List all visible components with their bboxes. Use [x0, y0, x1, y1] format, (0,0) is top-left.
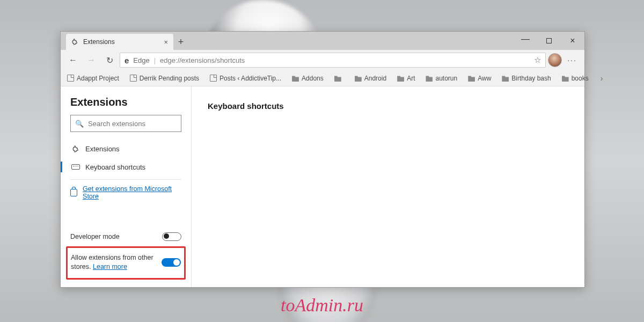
folder-icon — [502, 75, 509, 82]
bookmark-label: autorun — [435, 75, 457, 82]
developer-mode-label: Developer mode — [70, 233, 120, 240]
bookmark-label: Art — [407, 75, 415, 82]
bookmark-item[interactable]: Birthday bash — [497, 72, 555, 85]
watermark-text: toAdmin.ru — [281, 295, 363, 316]
developer-mode-toggle[interactable] — [162, 232, 181, 241]
search-icon: 🔍 — [75, 120, 84, 128]
main-panel: Keyboard shortcuts — [192, 86, 584, 287]
microsoft-store-link-row: Get extensions from Microsoft Store — [70, 185, 181, 200]
store-bag-icon — [70, 189, 77, 196]
developer-mode-row: Developer mode — [70, 227, 181, 246]
sidebar-item-extensions[interactable]: Extensions — [70, 140, 181, 158]
bookmarks-bar: Adappt Project Derrik Pending posts Post… — [61, 70, 584, 86]
tab-close-icon[interactable]: × — [164, 38, 168, 46]
bookmark-item[interactable]: Adappt Project — [63, 72, 123, 85]
nav-label: Extensions — [85, 145, 120, 153]
edge-logo-icon: e — [125, 56, 129, 65]
extensions-sidebar: Extensions 🔍 Extensions Keyboard shortcu — [61, 86, 192, 287]
allow-other-stores-row: Allow extensions from other stores. Lear… — [71, 249, 181, 276]
sidebar-item-keyboard-shortcuts[interactable]: Keyboard shortcuts — [70, 158, 181, 176]
search-extensions-box[interactable]: 🔍 — [70, 115, 181, 132]
bookmark-item[interactable]: Posts ‹ AddictiveTip... — [206, 72, 286, 85]
page-icon — [210, 75, 217, 82]
folder-icon — [397, 75, 404, 82]
profile-avatar[interactable] — [548, 53, 562, 67]
main-heading: Keyboard shortcuts — [208, 101, 568, 111]
more-menu-button[interactable]: ··· — [564, 56, 580, 64]
address-bar[interactable]: e Edge | edge://extensions/shortcuts ☆ — [120, 53, 546, 68]
extension-puzzle-icon — [71, 144, 80, 153]
bookmark-item[interactable]: Addons — [288, 72, 328, 85]
browser-window: Extensions × + — × ← → ↻ e Edge | edge:/… — [60, 31, 585, 288]
page-content: Extensions 🔍 Extensions Keyboard shortcu — [61, 86, 584, 287]
keyboard-icon — [71, 163, 80, 171]
bookmark-item[interactable]: Android — [350, 72, 391, 85]
bookmark-item[interactable] — [330, 72, 348, 85]
forward-button[interactable]: → — [83, 52, 99, 68]
learn-more-link[interactable]: Learn more — [93, 263, 127, 270]
folder-icon — [334, 75, 341, 82]
search-input[interactable] — [88, 120, 178, 128]
address-separator: | — [154, 56, 156, 64]
refresh-button[interactable]: ↻ — [101, 52, 118, 68]
nav-label: Keyboard shortcuts — [85, 163, 145, 171]
bookmark-item[interactable]: autorun — [421, 72, 462, 85]
bookmark-item[interactable]: Art — [393, 72, 419, 85]
bookmark-label: Posts ‹ AddictiveTip... — [219, 75, 281, 82]
page-icon — [130, 75, 137, 82]
titlebar: Extensions × + — × — [61, 32, 584, 50]
minimize-button[interactable]: — — [514, 32, 537, 50]
address-url: edge://extensions/shortcuts — [160, 56, 245, 64]
bookmark-label: Derrik Pending posts — [140, 75, 199, 82]
new-tab-button[interactable]: + — [173, 34, 188, 50]
page-icon — [67, 75, 74, 82]
page-title: Extensions — [70, 96, 181, 108]
maximize-button[interactable] — [537, 32, 561, 50]
address-scheme-label: Edge — [133, 56, 149, 64]
close-window-button[interactable]: × — [561, 32, 584, 50]
bookmark-item[interactable]: Derrik Pending posts — [126, 72, 203, 85]
folder-icon — [355, 75, 362, 82]
folder-icon — [468, 75, 475, 82]
tab-title: Extensions — [83, 38, 115, 46]
extension-puzzle-icon — [71, 38, 79, 46]
allow-other-stores-toggle[interactable] — [162, 258, 181, 267]
bookmark-item[interactable]: books — [558, 72, 593, 85]
browser-tab[interactable]: Extensions × — [66, 34, 173, 50]
bookmark-label: books — [572, 75, 589, 82]
annotation-highlight: Allow extensions from other stores. Lear… — [66, 246, 186, 280]
bookmark-label: Aww — [478, 75, 491, 82]
folder-icon — [426, 75, 433, 82]
microsoft-store-link[interactable]: Get extensions from Microsoft Store — [83, 185, 181, 200]
bookmark-label: Adappt Project — [77, 75, 119, 82]
favorite-star-icon[interactable]: ☆ — [534, 55, 541, 65]
bookmark-label: Android — [364, 75, 386, 82]
divider — [70, 179, 181, 180]
folder-icon — [292, 75, 299, 82]
bookmark-label: Addons — [302, 75, 324, 82]
folder-icon — [562, 75, 569, 82]
bookmark-item[interactable]: Aww — [464, 72, 495, 85]
bookmark-label: Birthday bash — [511, 75, 551, 82]
bookmarks-overflow-button[interactable]: › — [595, 74, 609, 83]
toolbar: ← → ↻ e Edge | edge://extensions/shortcu… — [61, 50, 584, 70]
window-controls: — × — [514, 32, 584, 50]
sidebar-nav: Extensions Keyboard shortcuts — [70, 140, 181, 176]
back-button[interactable]: ← — [65, 52, 81, 68]
